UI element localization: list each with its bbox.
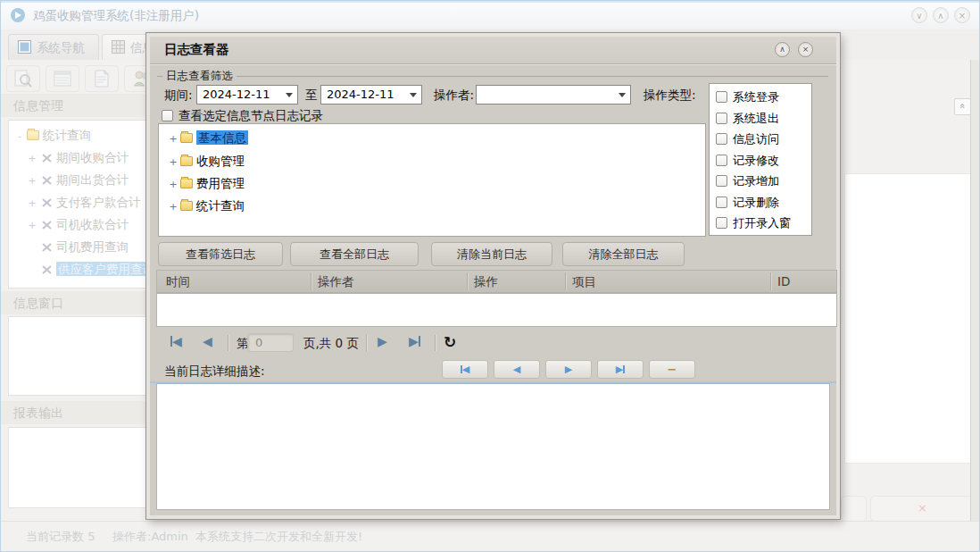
form-icon — [53, 70, 72, 88]
checkbox-icon[interactable] — [716, 155, 727, 166]
app-logo-icon — [11, 8, 25, 22]
tree-item[interactable]: +支付客户款合计 — [27, 191, 141, 213]
folder-icon — [180, 179, 193, 188]
title-bar: 鸡蛋收购管理系统(非注册用户) ∨ ∧ × — [1, 1, 979, 29]
background-content-panel — [844, 173, 976, 464]
operator-select[interactable] — [476, 85, 631, 105]
minimize-button[interactable]: ∨ — [911, 7, 927, 23]
page-number-input[interactable] — [247, 333, 294, 352]
background-button — [841, 496, 867, 522]
refresh-icon: ↻ — [444, 333, 456, 351]
node-filter-checkbox-row[interactable]: 查看选定信息节点日志记录 — [162, 108, 323, 124]
tree-item-selected[interactable]: 供应客户费用查询 — [27, 258, 146, 280]
app-window: 鸡蛋收购管理系统(非注册用户) ∨ ∧ × 系统导航 信息 — [0, 0, 980, 552]
type-option[interactable]: 系统退出 — [716, 110, 811, 131]
tree-item[interactable]: +统计查询 — [168, 195, 245, 217]
document-icon — [92, 70, 112, 88]
close-x-icon: × — [918, 501, 927, 514]
log-description-textarea[interactable] — [156, 383, 830, 510]
collapse-panel-button[interactable]: « — [954, 98, 971, 115]
folder-icon — [180, 133, 193, 143]
folder-icon — [180, 156, 193, 166]
date-to-select[interactable]: 2024-12-11 — [320, 85, 422, 105]
preview-button[interactable] — [6, 65, 40, 92]
column-header-item[interactable]: 项目 — [572, 274, 596, 290]
background-close-button: × — [870, 496, 975, 522]
type-option[interactable]: 记录修改 — [716, 152, 811, 173]
minimize-icon: ∨ — [916, 11, 922, 21]
double-chevron-up-icon: « — [956, 103, 969, 109]
dialog-close-button[interactable]: × — [798, 42, 813, 57]
form-view-button[interactable] — [46, 65, 79, 92]
close-icon: × — [802, 45, 810, 54]
last-page-button[interactable]: ▶ — [409, 334, 420, 348]
column-header-time[interactable]: 时间 — [166, 274, 190, 290]
record-prev-button[interactable]: ◀ — [494, 360, 540, 379]
clear-current-logs-button[interactable]: 清除当前日志 — [431, 242, 552, 266]
maximize-button[interactable]: ∧ — [933, 7, 949, 23]
dropdown-arrow-icon — [619, 93, 626, 97]
log-table-body[interactable] — [156, 293, 837, 327]
panel-header-info-management: 信息管理 — [1, 94, 153, 117]
record-next-button[interactable]: ▶ — [545, 360, 592, 379]
tree-item[interactable]: +司机收款合计 — [27, 213, 129, 236]
tree-item[interactable]: +费用管理 — [168, 172, 245, 195]
next-page-button[interactable]: ▶ — [378, 334, 387, 348]
type-option[interactable]: 信息访问 — [716, 130, 811, 152]
column-header-operator[interactable]: 操作者 — [318, 274, 354, 290]
dialog-collapse-button[interactable]: ∧ — [775, 42, 790, 57]
detail-description-label: 当前日志详细描述: — [164, 364, 265, 380]
status-record-count: 当前记录数 5 — [26, 529, 95, 545]
record-last-button[interactable]: ▶ — [597, 360, 644, 379]
prev-page-button[interactable]: ◀ — [203, 334, 212, 348]
refresh-button[interactable]: ↻ — [444, 333, 456, 351]
collapse-toggle[interactable]: - — [14, 125, 25, 147]
checkbox-icon[interactable] — [716, 217, 727, 229]
panel-header-report-output: 报表输出 — [1, 401, 153, 424]
divider — [366, 335, 367, 351]
first-page-icon: ◀ — [172, 334, 182, 348]
record-first-button[interactable]: ◀ — [442, 360, 488, 379]
clear-all-logs-button[interactable]: 清除全部日志 — [562, 242, 685, 266]
log-table-header: 时间 操作者 操作 项目 ID — [156, 270, 837, 293]
tab-system-nav[interactable]: 系统导航 — [8, 34, 99, 60]
operation-type-list: 系统登录 系统退出 信息访问 记录修改 记录增加 记录删除 打开录入窗 — [709, 83, 812, 236]
query-tool-icon — [41, 242, 53, 253]
checkbox-icon[interactable] — [716, 133, 727, 145]
tree-item[interactable]: 司机费用查询 — [27, 236, 129, 258]
record-delete-button[interactable]: − — [649, 360, 695, 379]
checkbox-icon[interactable] — [716, 197, 727, 208]
document-button[interactable] — [85, 65, 119, 92]
column-divider — [467, 272, 468, 290]
checkbox-icon[interactable] — [716, 113, 727, 124]
dialog-title-bar[interactable]: 日志查看器 ∧ × — [150, 37, 836, 64]
next-record-icon: ▶ — [565, 364, 572, 375]
status-message: 本系统支持二次开发和全新开发! — [195, 529, 362, 545]
view-filtered-logs-button[interactable]: 查看筛选日志 — [158, 242, 283, 266]
scrollbar-track[interactable] — [970, 60, 979, 522]
tree-item-stats-root[interactable]: -统计查询 — [14, 124, 91, 146]
type-option[interactable]: 系统登录 — [716, 88, 811, 110]
prev-record-icon: ◀ — [513, 364, 520, 375]
to-label: 至 — [305, 88, 318, 104]
column-divider — [565, 272, 566, 290]
tree-item-selected[interactable]: +基本信息 — [168, 127, 248, 149]
type-option[interactable]: 记录删除 — [716, 194, 811, 215]
query-tool-icon — [41, 175, 53, 186]
view-all-logs-button[interactable]: 查看全部日志 — [290, 242, 419, 266]
first-page-button[interactable]: ◀ — [170, 334, 182, 348]
pager-toolbar: ◀ ◀ 第 页,共 0 页 ▶ ▶ ↻ — [156, 329, 837, 359]
tree-item[interactable]: +期间收购合计 — [27, 146, 129, 169]
column-header-id[interactable]: ID — [777, 274, 790, 289]
checkbox-icon[interactable] — [162, 110, 173, 121]
close-icon: × — [959, 11, 966, 21]
column-header-operation[interactable]: 操作 — [474, 274, 498, 290]
date-from-select[interactable]: 2024-12-11 — [196, 85, 298, 105]
checkbox-icon[interactable] — [716, 91, 727, 103]
tree-item[interactable]: +期间出货合计 — [27, 169, 129, 191]
close-button[interactable]: × — [954, 7, 970, 23]
tree-item[interactable]: +收购管理 — [168, 150, 245, 172]
type-option[interactable]: 记录增加 — [716, 172, 811, 194]
checkbox-icon[interactable] — [716, 175, 727, 187]
type-option[interactable]: 打开录入窗 — [716, 214, 811, 236]
